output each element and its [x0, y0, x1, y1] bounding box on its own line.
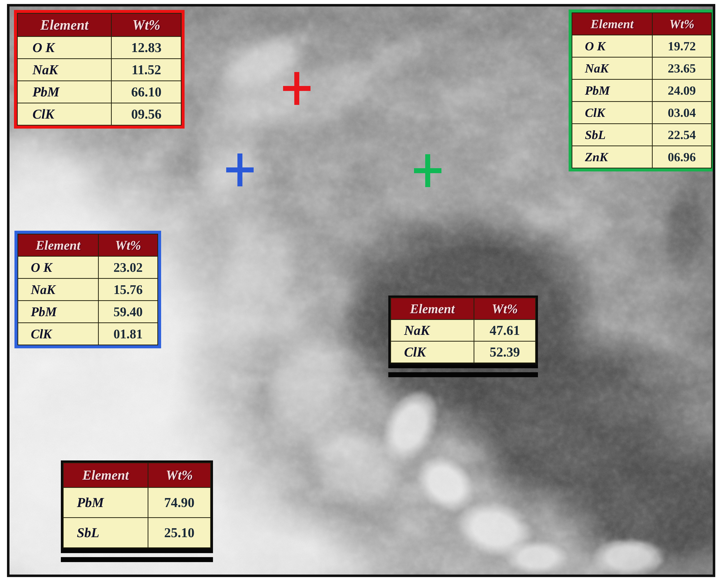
- column-header-element: Element: [391, 298, 474, 320]
- wt-percent-value: 06.96: [652, 146, 711, 168]
- column-header-wt: Wt%: [652, 13, 711, 35]
- wt-percent-value: 03.04: [652, 102, 711, 124]
- wt-percent-value: 24.09: [652, 80, 711, 102]
- wt-percent-value: 25.10: [148, 518, 210, 548]
- element-name: ClK: [572, 102, 652, 124]
- element-name: SbL: [572, 124, 652, 146]
- eds-row: NaK23.65: [572, 57, 711, 80]
- eds-table-red-point: ElementWt%O K12.83NaK11.52PbM66.10ClK09.…: [14, 10, 184, 129]
- element-name: PbM: [18, 81, 112, 103]
- element-name: ClK: [18, 323, 99, 345]
- eds-row: ClK03.04: [572, 102, 711, 124]
- eds-row: PbM59.40: [18, 301, 158, 323]
- eds-row: O K19.72: [572, 35, 711, 57]
- eds-row: ZnK06.96: [572, 146, 711, 168]
- wt-percent-value: 59.40: [98, 301, 158, 323]
- wt-percent-value: 23.65: [652, 57, 711, 80]
- eds-table-box: ElementWt%O K19.72NaK23.65PbM24.09ClK03.…: [569, 9, 715, 171]
- element-name: PbM: [63, 488, 148, 518]
- column-header-element: Element: [63, 463, 148, 488]
- element-name: PbM: [572, 80, 652, 102]
- wt-percent-value: 11.52: [112, 59, 181, 81]
- eds-row: ClK52.39: [391, 341, 536, 363]
- eds-row: NaK15.76: [18, 278, 158, 301]
- eds-header-row: ElementWt%: [391, 298, 536, 320]
- eds-header-row: ElementWt%: [18, 234, 158, 256]
- eds-table-box: ElementWt%NaK47.61ClK52.39: [388, 295, 538, 365]
- eds-data-table: ElementWt%O K12.83NaK11.52PbM66.10ClK09.…: [17, 13, 182, 126]
- element-name: ClK: [18, 103, 112, 125]
- wt-percent-value: 15.76: [98, 278, 158, 301]
- column-header-wt: Wt%: [474, 298, 536, 320]
- wt-percent-value: 74.90: [148, 488, 210, 518]
- table-underline-bar: [61, 557, 213, 562]
- element-name: NaK: [572, 57, 652, 80]
- element-name: O K: [572, 35, 652, 57]
- table-underline-bar: [388, 372, 538, 377]
- eds-row: ClK09.56: [18, 103, 181, 125]
- element-name: ClK: [391, 341, 474, 363]
- wt-percent-value: 52.39: [474, 341, 536, 363]
- eds-data-table: ElementWt%PbM74.90SbL25.10: [63, 462, 211, 548]
- column-header-element: Element: [18, 234, 99, 256]
- eds-table-box: ElementWt%O K12.83NaK11.52PbM66.10ClK09.…: [14, 10, 184, 129]
- table-underline-bar: [388, 365, 538, 368]
- wt-percent-value: 23.02: [98, 256, 158, 278]
- eds-data-table: ElementWt%O K19.72NaK23.65PbM24.09ClK03.…: [571, 13, 712, 168]
- eds-header-row: ElementWt%: [18, 14, 181, 37]
- column-header-wt: Wt%: [98, 234, 158, 256]
- element-name: O K: [18, 37, 112, 59]
- eds-data-table: ElementWt%NaK47.61ClK52.39: [390, 297, 536, 363]
- eds-data-table: ElementWt%O K23.02NaK15.76PbM59.40ClK01.…: [18, 234, 158, 345]
- wt-percent-value: 09.56: [112, 103, 181, 125]
- eds-row: SbL22.54: [572, 124, 711, 146]
- column-header-wt: Wt%: [148, 463, 210, 488]
- figure-page: ElementWt%O K12.83NaK11.52PbM66.10ClK09.…: [0, 0, 723, 588]
- column-header-element: Element: [18, 14, 112, 37]
- element-name: NaK: [18, 278, 99, 301]
- wt-percent-value: 12.83: [112, 37, 181, 59]
- eds-row: PbM24.09: [572, 80, 711, 102]
- eds-row: PbM66.10: [18, 81, 181, 103]
- eds-table-bottom-area: ElementWt%PbM74.90SbL25.10: [61, 460, 213, 562]
- wt-percent-value: 22.54: [652, 124, 711, 146]
- eds-row: NaK47.61: [391, 320, 536, 341]
- eds-table-box: ElementWt%O K23.02NaK15.76PbM59.40ClK01.…: [15, 231, 161, 348]
- element-name: SbL: [63, 518, 148, 548]
- eds-row: ClK01.81: [18, 323, 158, 345]
- element-name: O K: [18, 256, 99, 278]
- eds-row: PbM74.90: [63, 488, 211, 518]
- eds-table-box: ElementWt%PbM74.90SbL25.10: [61, 460, 213, 550]
- eds-row: O K23.02: [18, 256, 158, 278]
- wt-percent-value: 66.10: [112, 81, 181, 103]
- eds-row: SbL25.10: [63, 518, 211, 548]
- eds-table-blue-point: ElementWt%O K23.02NaK15.76PbM59.40ClK01.…: [15, 231, 161, 348]
- element-name: PbM: [18, 301, 99, 323]
- table-underline-bar: [61, 550, 213, 553]
- eds-row: O K12.83: [18, 37, 181, 59]
- wt-percent-value: 01.81: [98, 323, 158, 345]
- eds-header-row: ElementWt%: [572, 13, 711, 35]
- element-name: ZnK: [572, 146, 652, 168]
- column-header-wt: Wt%: [112, 14, 181, 37]
- sem-micrograph-frame: ElementWt%O K12.83NaK11.52PbM66.10ClK09.…: [7, 4, 715, 577]
- eds-table-green-point: ElementWt%O K19.72NaK23.65PbM24.09ClK03.…: [569, 9, 715, 171]
- eds-table-dark-area: ElementWt%NaK47.61ClK52.39: [388, 295, 538, 377]
- eds-header-row: ElementWt%: [63, 463, 211, 488]
- wt-percent-value: 47.61: [474, 320, 536, 341]
- element-name: NaK: [391, 320, 474, 341]
- element-name: NaK: [18, 59, 112, 81]
- eds-row: NaK11.52: [18, 59, 181, 81]
- wt-percent-value: 19.72: [652, 35, 711, 57]
- column-header-element: Element: [572, 13, 652, 35]
